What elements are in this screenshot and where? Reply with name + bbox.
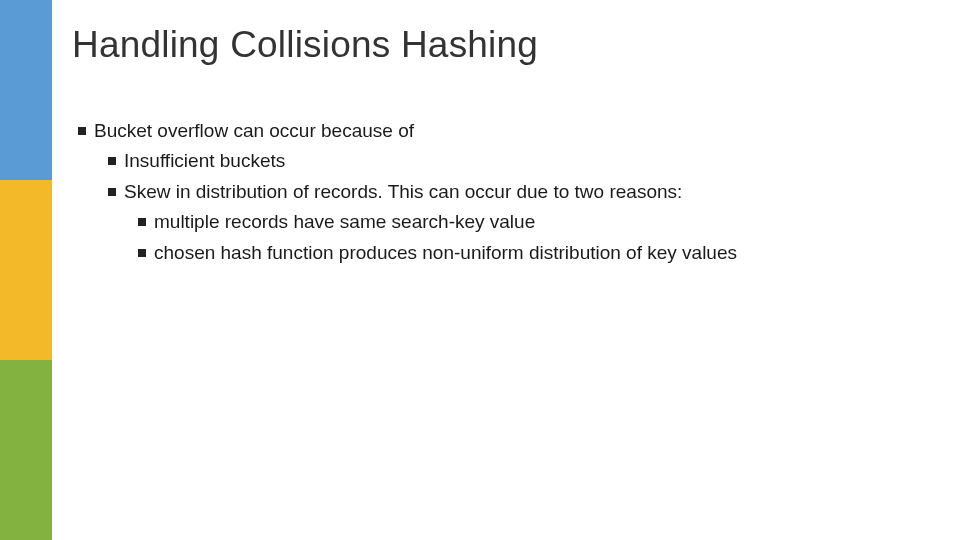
accent-stripe-green [0, 360, 52, 540]
bullet-text: chosen hash function produces non-unifor… [154, 238, 920, 268]
bullet-text: Bucket overflow can occur because of [94, 116, 920, 146]
bullet-square-icon [78, 127, 86, 135]
bullet-square-icon [138, 218, 146, 226]
bullet-text: Insufficient buckets [124, 146, 920, 176]
slide-title: Handling Collisions Hashing [72, 24, 538, 66]
bullet-level2: Insufficient buckets [108, 146, 920, 176]
bullet-level2: Skew in distribution of records. This ca… [108, 177, 920, 207]
bullet-text: Skew in distribution of records. This ca… [124, 177, 920, 207]
bullet-level3: chosen hash function produces non-unifor… [138, 238, 920, 268]
bullet-square-icon [108, 188, 116, 196]
bullet-square-icon [138, 249, 146, 257]
bullet-square-icon [108, 157, 116, 165]
accent-stripe-yellow [0, 180, 52, 360]
bullet-level3: multiple records have same search-key va… [138, 207, 920, 237]
bullet-level1: Bucket overflow can occur because of [78, 116, 920, 146]
accent-sidebar [0, 0, 52, 540]
accent-stripe-blue [0, 0, 52, 180]
slide-body: Bucket overflow can occur because of Ins… [78, 116, 920, 268]
bullet-text: multiple records have same search-key va… [154, 207, 920, 237]
